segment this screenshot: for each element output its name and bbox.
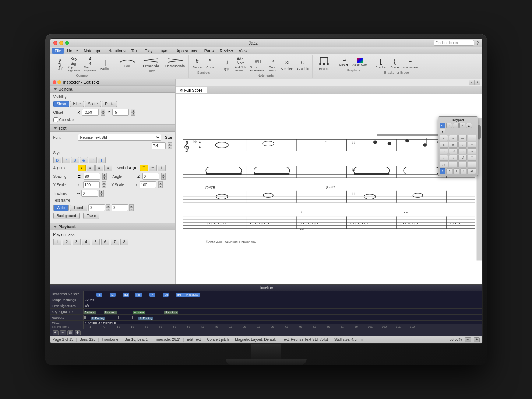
kp-up-btn[interactable]: ▲ — [466, 123, 472, 128]
kp-pass-all[interactable]: All — [467, 168, 476, 174]
ribbon-btn-add-note-names[interactable]: AddNote Add NoteNames — [234, 56, 247, 73]
kp-sharp-btn[interactable]: # — [449, 142, 458, 148]
inspector-close-btn[interactable] — [53, 80, 56, 84]
ribbon-btn-decrescendo[interactable]: Decrescendo — [164, 56, 186, 68]
ribbon-btn-graphic[interactable]: Gr Graphic — [296, 57, 310, 71]
kp-tie2-btn[interactable]: ⌒ — [468, 155, 476, 161]
ribbon-btn-segno[interactable]: 𝄋 Segno — [191, 56, 203, 70]
zoom-out-btn[interactable]: − — [465, 337, 471, 342]
kp-quarter-btn[interactable]: ♩ — [440, 155, 448, 161]
background-btn[interactable]: Background — [53, 213, 80, 219]
pass-btn-6[interactable]: 6 — [101, 239, 109, 245]
pass-btn-7[interactable]: 7 — [111, 239, 119, 245]
tracking-input[interactable] — [81, 190, 98, 197]
kp-32nd-btn[interactable]: 𝅘𝅥𝅯 — [449, 148, 458, 154]
ribbon-btn-coda[interactable]: 𝄌 Coda — [205, 56, 216, 70]
menu-item-play[interactable]: Play — [142, 48, 155, 54]
frame-val2-input[interactable] — [112, 204, 128, 211]
ribbon-btn-crescendo[interactable]: Crescendo — [141, 56, 161, 68]
bold-btn[interactable]: B — [53, 157, 61, 163]
vis-btn-hide[interactable]: Hide — [70, 101, 84, 107]
tl-add-btn[interactable]: + — [53, 330, 59, 335]
frame-val1-input[interactable] — [88, 204, 105, 211]
y-scale-input[interactable] — [140, 181, 156, 188]
ribbon-btn-adjust-color[interactable]: Adjust Color — [352, 57, 369, 67]
kp-pass-4[interactable]: 4 — [460, 168, 466, 174]
offset-x-down[interactable]: ▼ — [101, 112, 105, 116]
frame-val1-up[interactable]: ▲ — [106, 204, 110, 208]
valign-top-btn[interactable]: ⊤ — [140, 165, 148, 171]
frame-val1-down[interactable]: ▼ — [106, 208, 110, 211]
align-right-btn[interactable]: ≡ — [95, 165, 103, 171]
pass-btn-3[interactable]: 3 — [73, 239, 81, 245]
ribbon-btn-brace[interactable]: { Brace — [389, 56, 400, 70]
superscript-btn[interactable]: T¹ — [89, 157, 97, 163]
kp-gt-btn[interactable]: > — [440, 135, 448, 141]
kp-tie-btn[interactable]: ⌢ — [459, 123, 465, 128]
menu-item-layout[interactable]: Layout — [155, 48, 173, 54]
score-nav-prev[interactable]: − — [469, 80, 475, 85]
score-tab-close[interactable]: ✕ — [180, 89, 183, 92]
pass-btn-5[interactable]: 5 — [92, 239, 100, 245]
kp-rest-btn[interactable]: 𝄽 — [446, 123, 452, 128]
spacing-down[interactable]: ▼ — [102, 176, 107, 180]
help-icon[interactable]: ? — [476, 40, 479, 46]
menu-item-home[interactable]: Home — [64, 48, 81, 54]
tl-fit-btn[interactable]: ⊡ — [67, 330, 73, 335]
score-tab-full-score[interactable]: ✕ Full Score — [176, 87, 208, 93]
inspector-minimize-btn[interactable] — [57, 80, 61, 84]
pass-btn-2[interactable]: 2 — [63, 239, 71, 245]
align-center-btn[interactable]: ≡ — [87, 165, 95, 171]
ribbon-btn-slur[interactable]: Slur — [117, 56, 138, 68]
vis-btn-show[interactable]: Show — [53, 101, 69, 107]
kp-16th-btn[interactable]: 𝅘𝅥𝅮 — [458, 155, 467, 161]
offset-y-down[interactable]: ▼ — [131, 112, 135, 116]
ribbon-btn-over-rests[interactable]: 𝄽 OverRests — [267, 56, 278, 73]
score-nav-next[interactable]: + — [475, 80, 480, 85]
ribbon-btn-flip[interactable]: ⇄ Flip ▼ — [338, 56, 350, 68]
ribbon-search[interactable] — [434, 40, 474, 46]
kp-pass-1[interactable]: 1 — [440, 168, 446, 174]
size-input[interactable] — [152, 142, 166, 149]
font-select[interactable]: Reprise Text Std — [78, 134, 162, 141]
cue-sized-checkbox[interactable] — [53, 117, 58, 122]
vis-btn-parts[interactable]: Parts — [102, 101, 117, 107]
vis-btn-score[interactable]: Score — [85, 101, 101, 107]
close-button[interactable] — [53, 41, 57, 45]
pass-btn-8[interactable]: 8 — [120, 239, 128, 245]
frame-val2-up[interactable]: ▲ — [129, 204, 134, 208]
menu-item-parts[interactable]: Parts — [201, 48, 217, 54]
kp-dot2-btn[interactable]: • — [449, 135, 458, 141]
ribbon-btn-to-from-rests[interactable]: To/Fr To andFrom Rests — [249, 56, 265, 73]
offset-x-input[interactable] — [82, 109, 99, 116]
y-scale-down[interactable]: ▼ — [158, 185, 163, 188]
ribbon-btn-sub-bracket[interactable]: ⌐ Sub-bracket — [402, 56, 419, 70]
kp-half-btn[interactable]: 𝅗 — [440, 148, 448, 154]
offset-x-up[interactable]: ▲ — [101, 109, 105, 112]
angle-down[interactable]: ▼ — [161, 176, 166, 180]
pass-btn-4[interactable]: 4 — [82, 239, 90, 245]
menu-item-file[interactable]: File — [52, 48, 64, 54]
score-content[interactable]: 𝄞 ♭♭ 4 4 — [176, 94, 482, 284]
maximize-button[interactable] — [65, 41, 69, 45]
kp-cursor-btn[interactable]: ↖ — [440, 123, 445, 128]
menu-item-review[interactable]: Review — [216, 48, 236, 54]
kp-7-btn[interactable]: ♩7 — [440, 162, 448, 167]
tracking-up[interactable]: ▲ — [99, 190, 104, 193]
menu-item-notations[interactable]: Notations — [105, 48, 128, 54]
ribbon-btn-barline[interactable]: ‖ Barline — [99, 57, 112, 71]
menu-item-text[interactable]: Text — [128, 48, 142, 54]
frame-auto-btn[interactable]: Auto — [53, 205, 69, 211]
offset-y-up[interactable]: ▲ — [131, 109, 135, 112]
tracking-down[interactable]: ▼ — [99, 193, 104, 197]
tl-settings-btn[interactable]: ⚙ — [75, 330, 81, 335]
kp-dbl-flat-btn[interactable]: « — [468, 142, 476, 148]
kp-k-btn[interactable]: k — [440, 142, 448, 148]
menu-item-note-input[interactable]: Note Input — [81, 48, 106, 54]
zoom-in-btn[interactable]: + — [474, 337, 480, 342]
subscript-btn[interactable]: T — [98, 157, 106, 163]
x-scale-down[interactable]: ▼ — [102, 185, 106, 188]
spacing-up[interactable]: ▲ — [102, 173, 107, 176]
x-scale-up[interactable]: ▲ — [102, 181, 106, 185]
tl-remove-btn[interactable]: − — [60, 330, 66, 335]
